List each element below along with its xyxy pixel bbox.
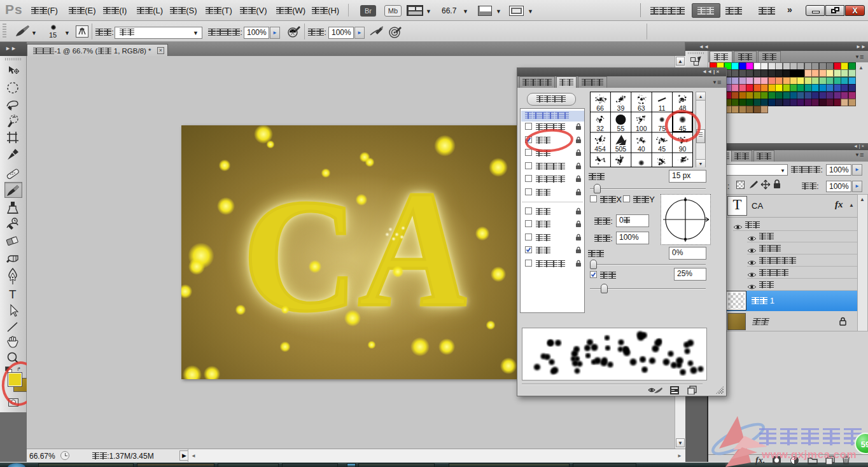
svg-text:40: 40 (638, 145, 645, 153)
svg-text:32: 32 (596, 125, 604, 132)
svg-text:63: 63 (638, 104, 645, 112)
svg-text:45: 45 (658, 145, 666, 153)
svg-text:T: T (9, 288, 17, 301)
svg-text:55: 55 (617, 125, 625, 132)
svg-text:66: 66 (596, 104, 604, 112)
svg-text:454: 454 (594, 145, 606, 153)
svg-text:39: 39 (617, 104, 625, 112)
svg-text:100: 100 (636, 125, 647, 132)
svg-text:505: 505 (615, 145, 627, 153)
svg-text:90: 90 (679, 145, 687, 153)
